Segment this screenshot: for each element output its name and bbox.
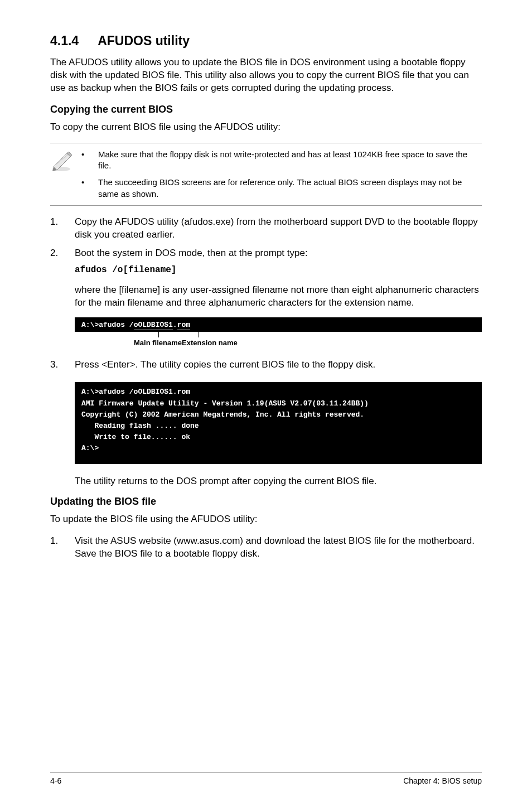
label-main-filename: Main filename [134,339,182,347]
label-extension-name: Extension name [182,339,238,347]
step-text: Visit the ASUS website (www.asus.com) an… [75,535,482,561]
pointer-line [158,332,159,337]
terminal-output: A:\>afudos /oOLDBIOS1.rom AMI Firmware U… [75,382,482,464]
page-footer: 4-6 Chapter 4: BIOS setup [50,772,482,785]
step-text: Press <Enter>. The utility copies the cu… [75,359,482,371]
note-item: • Make sure that the floppy disk is not … [81,149,482,172]
pointer-line [199,332,199,337]
step-text: Copy the AFUDOS utility (afudos.exe) fro… [75,216,482,241]
step-number: 1. [50,216,75,241]
note-item: • The succeeding BIOS screens are for re… [81,177,482,200]
pencil-note-icon [50,149,81,175]
chapter-label: Chapter 4: BIOS setup [403,776,482,785]
note-text: Make sure that the floppy disk is not wr… [98,149,482,172]
terminal-line: Reading flash ..... done [81,421,475,432]
code-command: afudos /o[filename] [75,264,482,277]
subheading-updating: Updating the BIOS file [50,496,482,508]
step-item: 3. Press <Enter>. The utility copies the… [50,359,482,371]
filename-labels: Main filename Extension name [75,332,482,351]
step-number: 2. [50,247,75,277]
bullet-icon: • [81,177,98,200]
section-title-text: AFUDOS utility [98,33,190,48]
sub2-lead: To update the BIOS file using the AFUDOS… [50,513,482,526]
page-number: 4-6 [50,776,61,785]
step-item: 1. Copy the AFUDOS utility (afudos.exe) … [50,216,482,241]
note-list: • Make sure that the floppy disk is not … [81,149,482,200]
terminal-line: A:\>afudos /oOLDBIOS1.rom [81,386,475,398]
step-item: 1. Visit the ASUS website (www.asus.com)… [50,535,482,561]
steps-list-c: 1. Visit the ASUS website (www.asus.com)… [50,535,482,561]
step-number: 1. [50,535,75,561]
note-text: The succeeding BIOS screens are for refe… [98,177,482,200]
terminal-line: Write to file...... ok [81,432,475,443]
after-terminal-text: The utility returns to the DOS prompt af… [75,475,482,488]
section-number: 4.1.4 [50,33,79,49]
section-heading: 4.1.4AFUDOS utility [50,33,482,49]
terminal-output: A:\>afudos /oOLDBIOS1.rom [75,317,482,332]
intro-paragraph: The AFUDOS utility allows you to update … [50,56,482,95]
terminal-line: A:\>afudos /oOLDBIOS1.rom [81,321,190,330]
terminal-line: AMI Firmware Update Utility - Version 1.… [81,398,475,409]
step-explanation: where the [filename] is any user-assigne… [75,284,482,310]
step-number: 3. [50,359,75,371]
step-item: 2. Boot the system in DOS mode, then at … [50,247,482,277]
bullet-icon: • [81,149,98,172]
step-text: Boot the system in DOS mode, then at the… [75,248,308,258]
note-block: • Make sure that the floppy disk is not … [50,143,482,206]
sub1-lead: To copy the current BIOS file using the … [50,121,482,134]
steps-list-b: 3. Press <Enter>. The utility copies the… [50,359,482,371]
subheading-copying: Copying the current BIOS [50,104,482,115]
terminal-line: Copyright (C) 2002 American Megatrends, … [81,409,475,421]
steps-list-a: 1. Copy the AFUDOS utility (afudos.exe) … [50,216,482,276]
terminal-line: A:\> [81,443,475,454]
